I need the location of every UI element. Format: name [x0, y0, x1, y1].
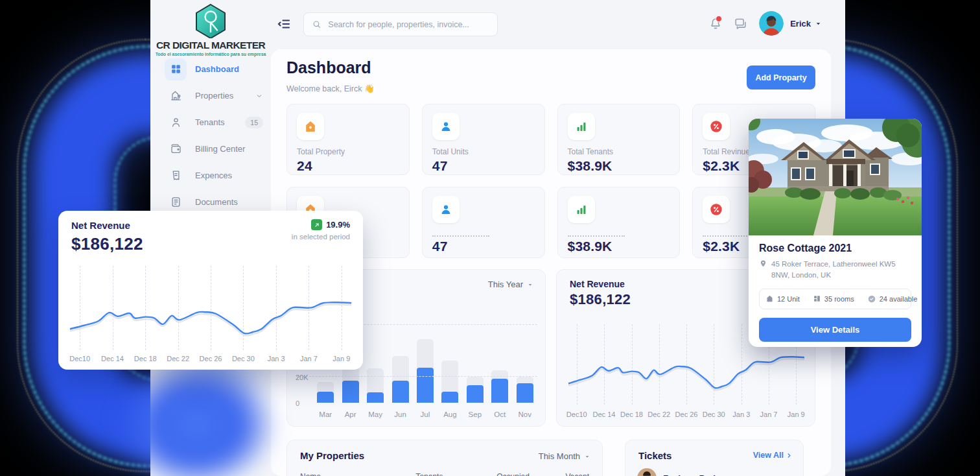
welcome-text: Welcome back, Eirck 👋 [286, 84, 375, 93]
percent-icon [703, 113, 730, 140]
stat-value: 47 [432, 239, 535, 254]
sidebar-item-expences[interactable]: Expences [165, 163, 263, 187]
month-filter-dropdown[interactable]: This Month [539, 451, 590, 461]
bar-oct [487, 308, 512, 403]
floating-value: $186,122 [71, 234, 143, 254]
stat-label: Total Tenants [568, 147, 670, 156]
view-details-button[interactable]: View Details [759, 318, 911, 342]
home-icon [765, 294, 774, 303]
user-name[interactable]: Erick [790, 19, 811, 29]
trend-up-icon [311, 219, 322, 230]
stat-value: 24 [297, 158, 399, 174]
search-input[interactable] [327, 19, 489, 30]
bar-jul [413, 308, 438, 403]
sidebar-item-properties[interactable]: Properties [165, 84, 263, 108]
search-bar[interactable] [303, 12, 498, 36]
bar-month-labels: MarAprMayJunJulAugSepOctNov [313, 411, 537, 418]
property-stat: 12 Unit [765, 294, 800, 303]
sidebar-item-dashboard[interactable]: Dashboard [165, 57, 263, 81]
collapse-sidebar-icon [276, 16, 292, 32]
stat-cards-row-2: 47$38.9K$2.3K [286, 187, 815, 258]
year-filter-dropdown[interactable]: This Year [488, 280, 533, 289]
column-header: Occupied [496, 472, 554, 476]
document-icon [165, 191, 187, 213]
brand-hexagon-icon [194, 3, 228, 38]
notifications-button[interactable] [708, 16, 723, 30]
messages-button[interactable] [734, 16, 748, 30]
search-icon [312, 19, 321, 30]
tickets-title: Tickets [638, 450, 671, 461]
property-stat: 24 available [867, 294, 918, 303]
stat-card[interactable]: Total Units47 [422, 104, 545, 175]
property-stat: 35 rooms [813, 294, 854, 303]
property-card-body: Rose Cottage 2021 45 Roker Terrace, Lath… [749, 235, 922, 352]
brand-name: CR DIGITAL MARKETER [150, 40, 271, 51]
house-photo-illustration [749, 119, 922, 235]
property-address: 45 Roker Terrace, Latheronweel KW58NW, L… [759, 259, 911, 281]
stat-value: $38.9K [568, 239, 670, 254]
chat-icon [734, 16, 748, 30]
sidebar-item-tenants[interactable]: Tenants15 [165, 110, 263, 134]
floating-line-chart [70, 266, 351, 350]
column-header: Vacant [554, 472, 589, 476]
floating-net-revenue-card: Net Revenue 19.9% in selected period $18… [58, 211, 363, 370]
avatar-photo [759, 11, 784, 36]
ticket-row[interactable]: Zachary Parker [637, 468, 727, 476]
wallet-icon [165, 138, 187, 160]
property-card: Rose Cottage 2021 45 Roker Terrace, Lath… [749, 119, 922, 347]
wave-emoji: 👋 [364, 84, 375, 93]
bar-nov [513, 308, 537, 403]
floating-title: Net Revenue [71, 220, 130, 231]
chevron-right-icon [786, 452, 793, 459]
collapse-sidebar-button[interactable] [275, 16, 292, 33]
column-header: Name [300, 472, 415, 476]
person-icon [432, 113, 460, 140]
percent-icon [703, 196, 730, 223]
stat-card[interactable]: Total Property24 [286, 104, 410, 175]
ticket-user-name: Zachary Parker [663, 473, 727, 476]
brand-logo: CR DIGITAL MARKETER Todo el asesoramient… [150, 3, 271, 56]
bars-icon [568, 196, 595, 223]
floating-x-labels: Dec10Dec 14Dec 18Dec 22Dec 26Dec 30Jan 3… [70, 355, 351, 364]
property-name: Rose Cottage 2021 [759, 243, 911, 254]
chevron-down-icon [255, 92, 263, 100]
column-header: Tenants [415, 472, 496, 476]
tickets-view-all-link[interactable]: View All [753, 451, 793, 460]
my-properties-title: My Properties [300, 450, 364, 461]
grid-icon [165, 58, 187, 80]
stat-label: Total Units [432, 147, 535, 156]
bars-icon [568, 113, 595, 140]
user-avatar[interactable] [759, 11, 784, 36]
bar-may [363, 308, 388, 403]
stat-value: 47 [432, 158, 535, 174]
dotted-label [568, 235, 625, 237]
property-photo [749, 119, 922, 235]
stat-card[interactable]: $38.9K [557, 187, 681, 258]
line-x-labels: Dec10Dec 14Dec 18Dec 22Dec 26Dec 30Jan 3… [568, 411, 804, 420]
sidebar-item-billing-center[interactable]: Billing Center [165, 137, 263, 161]
bar-aug [438, 308, 462, 403]
properties-table-header: NameTenantsOccupiedVacant [300, 472, 589, 476]
stat-cards-row-1: Total Property24Total Units47Total Tenan… [286, 104, 815, 175]
check-icon [867, 294, 876, 303]
change-badge: 19.9% [311, 219, 350, 230]
home-icon [297, 113, 324, 140]
bar-jun [388, 308, 412, 403]
bar-sep [463, 308, 487, 403]
sidebar-nav: DashboardPropertiesTenants15Billing Cent… [165, 57, 263, 217]
add-property-button[interactable]: Add Proparty [747, 65, 815, 89]
chevron-down-icon [584, 453, 590, 460]
chevron-down-icon[interactable] [815, 20, 822, 27]
dotted-label [432, 235, 489, 237]
topbar-right: Erick [708, 11, 822, 36]
change-note: in selected period [292, 233, 350, 241]
count-badge: 15 [245, 117, 263, 128]
brand-tagline: Todo el asesoramiento informático para s… [150, 52, 271, 56]
stat-label: Total Property [297, 147, 399, 156]
user-icon [165, 112, 187, 134]
net-revenue-value: $186,122 [570, 291, 631, 308]
stat-card[interactable]: Total Tenants$38.9K [557, 104, 681, 175]
tickets-card: Tickets View All Zachar [625, 440, 804, 476]
gridline-20k [296, 376, 537, 377]
stat-card[interactable]: 47 [422, 187, 545, 258]
